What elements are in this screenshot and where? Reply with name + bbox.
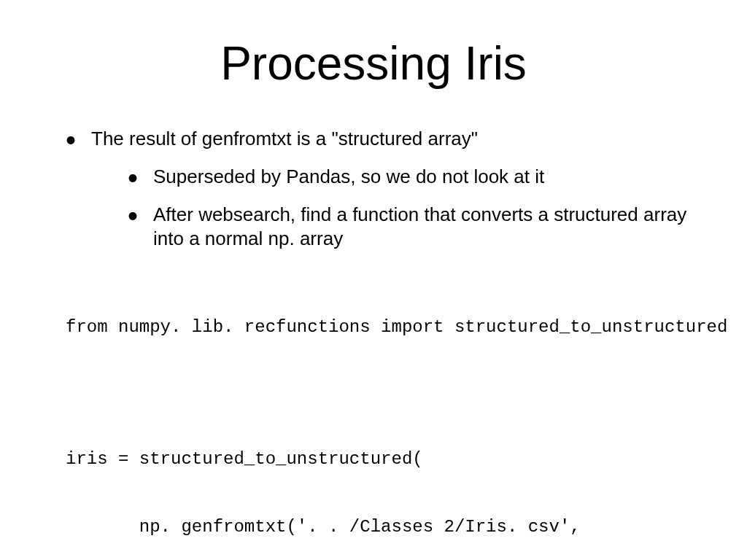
slide-container: Processing Iris The result of genfromtxt… [0,0,747,560]
code-line-import: from numpy. lib. recfunctions import str… [66,316,711,338]
code-line-2: np. genfromtxt('. . /Classes 2/Iris. csv… [66,516,711,538]
sub-bullet-text-2: After websearch, find a function that co… [153,203,686,250]
sub-bullet-item-1: Superseded by Pandas, so we do not look … [128,165,711,190]
slide-title: Processing Iris [36,36,711,90]
bullet-item-main: The result of genfromtxt is a "structure… [66,127,711,252]
code-block-import: from numpy. lib. recfunctions import str… [36,270,711,384]
sub-bullet-list: Superseded by Pandas, so we do not look … [91,165,711,252]
bullet-list: The result of genfromtxt is a "structure… [36,127,711,252]
bullet-text-main: The result of genfromtxt is a "structure… [91,128,478,149]
code-line-1: iris = structured_to_unstructured( [66,448,711,470]
sub-bullet-item-2: After websearch, find a function that co… [128,203,711,252]
sub-bullet-text-1: Superseded by Pandas, so we do not look … [153,166,544,187]
code-block-iris: iris = structured_to_unstructured( np. g… [36,402,711,560]
